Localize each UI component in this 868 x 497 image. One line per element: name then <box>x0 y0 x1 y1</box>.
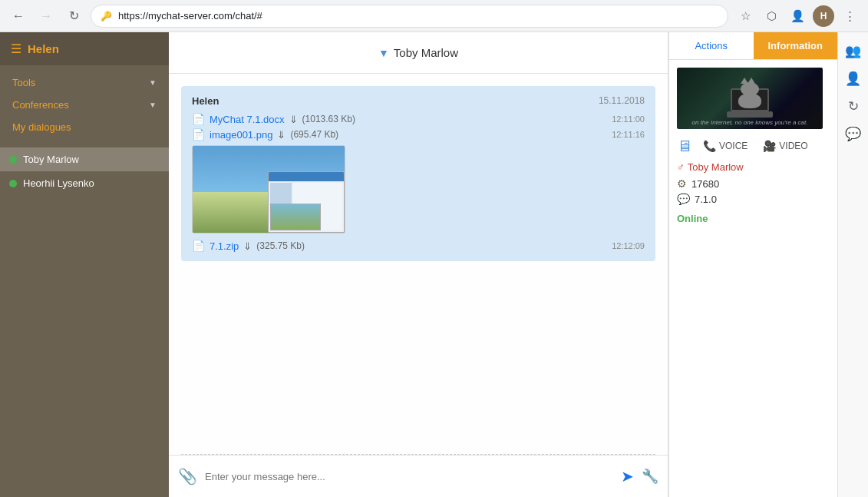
address-bar[interactable]: 🔑 https://mychat-server.com/chat/# <box>91 5 728 28</box>
right-contact-name: Toby Marlow <box>688 161 744 173</box>
phone-icon: 📞 <box>703 140 716 152</box>
conferences-label: Conferences <box>12 99 69 111</box>
sidebar: ☰ Helen Tools ▼ Conferences ▼ My dialogu… <box>0 32 169 497</box>
file-icon-docx: 📄 <box>192 113 205 125</box>
voice-call-button[interactable]: 📞 VOICE <box>698 137 752 155</box>
lock-icon: 🔑 <box>101 11 112 22</box>
extension-button[interactable]: ⬡ <box>761 5 782 27</box>
message-group: Helen 15.11.2018 📄 MyChat 7.1.docx ⇓ (10… <box>181 86 655 261</box>
file-name-png: image001.png <box>210 129 272 141</box>
video-call-button[interactable]: 🎥 VIDEO <box>758 137 812 155</box>
video-label: VIDEO <box>779 141 807 151</box>
sidebar-item-conferences[interactable]: Conferences ▼ <box>0 94 169 116</box>
video-icon: 🎥 <box>763 140 776 152</box>
file-size-png: (695.47 Kb) <box>290 129 338 140</box>
right-panel: Actions Information <box>668 32 837 497</box>
download-icon-zip[interactable]: ⇓ <box>243 240 252 252</box>
sidebar-item-tools[interactable]: Tools ▼ <box>0 71 169 94</box>
user-photo: on the Internet, no one knows you're a c… <box>677 68 823 129</box>
file-time-zip: 12:12:09 <box>612 241 645 250</box>
voice-label: VOICE <box>719 141 748 151</box>
chat-header-title: ▼ Toby Marlow <box>378 46 458 59</box>
file-row-png[interactable]: 📄 image001.png ⇓ (695.47 Kb) 12:11:16 <box>192 128 645 141</box>
file-icon-png: 📄 <box>192 128 205 141</box>
cat-caption: on the Internet, no one knows you're a c… <box>677 119 823 126</box>
online-status: Online <box>677 213 830 224</box>
gender-icon: ♂ <box>677 161 685 173</box>
url-text: https://mychat-server.com/chat/# <box>118 10 718 22</box>
chat-input-area: 📎 ➤ 🔧 <box>169 455 668 497</box>
sidebar-title: Helen <box>28 42 59 55</box>
chat-contact-name: Toby Marlow <box>394 46 458 59</box>
heorhii-name: Heorhii Lysenko <box>23 177 94 189</box>
history-icon[interactable]: ↻ <box>841 94 866 118</box>
file-row-zip[interactable]: 📄 7.1.zip ⇓ (325.75 Kb) 12:12:09 <box>192 240 645 252</box>
file-size-docx: (1013.63 Kb) <box>302 114 355 124</box>
message-input[interactable] <box>205 471 613 482</box>
info-row-id: ⚙ 17680 <box>677 177 830 190</box>
tab-information[interactable]: Information <box>754 32 838 59</box>
heorhii-status-dot <box>9 180 17 187</box>
sidebar-header: ☰ Helen <box>0 32 169 65</box>
sidebar-nav: Tools ▼ Conferences ▼ My dialogues <box>0 65 169 144</box>
file-size-zip: (325.75 Kb) <box>256 240 305 251</box>
avatar[interactable]: H <box>813 5 834 27</box>
call-actions: 🖥 📞 VOICE 🎥 VIDEO <box>677 137 830 155</box>
file-row-docx[interactable]: 📄 MyChat 7.1.docx ⇓ (1013.63 Kb) 12:11:0… <box>192 113 645 125</box>
contact-item-toby[interactable]: Toby Marlow <box>0 147 169 171</box>
group-management-icon[interactable]: 👥 <box>841 38 866 63</box>
mydialogues-label: My dialogues <box>12 121 71 133</box>
status-text: Online <box>677 213 708 224</box>
back-button[interactable]: ← <box>8 5 29 27</box>
file-name-zip: 7.1.zip <box>210 240 239 252</box>
toby-status-dot <box>9 156 17 164</box>
message-sender: Helen <box>192 95 219 107</box>
contact-id: 17680 <box>691 178 719 190</box>
tools-label: Tools <box>12 77 35 88</box>
browser-chrome: ← → ↻ 🔑 https://mychat-server.com/chat/#… <box>0 0 868 32</box>
browser-actions: ☆ ⬡ 👤 H ⋮ <box>734 5 860 27</box>
download-icon-png[interactable]: ⇓ <box>277 129 285 141</box>
user-button[interactable]: 👤 <box>787 5 808 27</box>
tab-actions[interactable]: Actions <box>669 32 754 59</box>
menu-button[interactable]: ⋮ <box>839 5 860 27</box>
send-button[interactable]: ➤ <box>621 467 634 485</box>
message-header: Helen 15.11.2018 <box>192 95 645 107</box>
attach-button[interactable]: 📎 <box>178 467 197 485</box>
contact-item-heorhii[interactable]: Heorhii Lysenko <box>0 171 169 195</box>
info-row-version: 💬 7.1.0 <box>677 193 830 205</box>
star-button[interactable]: ☆ <box>734 5 756 27</box>
chat-messages[interactable]: Helen 15.11.2018 📄 MyChat 7.1.docx ⇓ (10… <box>169 74 668 454</box>
monitor-icon[interactable]: 🖥 <box>677 138 692 155</box>
chat-area: ▼ Toby Marlow Helen 15.11.2018 📄 MyChat … <box>169 32 668 497</box>
chat-chevron-icon: ▼ <box>378 47 389 59</box>
version-icon: 💬 <box>677 193 690 205</box>
conferences-chevron-icon: ▼ <box>149 101 157 109</box>
forward-button[interactable]: → <box>35 5 57 27</box>
toby-name: Toby Marlow <box>23 154 79 165</box>
message-date: 15.11.2018 <box>599 95 645 106</box>
file-time-docx: 12:11:00 <box>612 114 645 124</box>
tools-chevron-icon: ▼ <box>149 78 157 87</box>
sidebar-contacts: Toby Marlow Heorhii Lysenko <box>0 144 169 198</box>
file-time-png: 12:11:16 <box>612 130 645 139</box>
right-content: on the Internet, no one knows you're a c… <box>669 60 837 497</box>
image-preview <box>192 145 345 234</box>
contact-version: 7.1.0 <box>695 194 717 205</box>
sidebar-item-mydialogues[interactable]: My dialogues <box>0 116 169 138</box>
chat-bubble-icon[interactable]: 💬 <box>841 121 866 146</box>
app-container: ☰ Helen Tools ▼ Conferences ▼ My dialogu… <box>0 32 868 497</box>
download-icon-docx[interactable]: ⇓ <box>289 114 298 125</box>
contacts-icon[interactable]: 👤 <box>841 66 866 91</box>
tools-button[interactable]: 🔧 <box>642 468 658 485</box>
file-name-docx: MyChat 7.1.docx <box>210 114 285 125</box>
file-icon-zip: 📄 <box>192 240 205 252</box>
float-right-icons: 👥 👤 ↻ 💬 <box>837 32 868 497</box>
right-panel-tabs: Actions Information <box>669 32 837 60</box>
chat-header: ▼ Toby Marlow <box>169 32 668 74</box>
reload-button[interactable]: ↻ <box>63 5 84 27</box>
contact-name-right: ♂ Toby Marlow <box>677 161 830 173</box>
menu-icon[interactable]: ☰ <box>11 41 21 56</box>
id-icon: ⚙ <box>677 177 687 190</box>
